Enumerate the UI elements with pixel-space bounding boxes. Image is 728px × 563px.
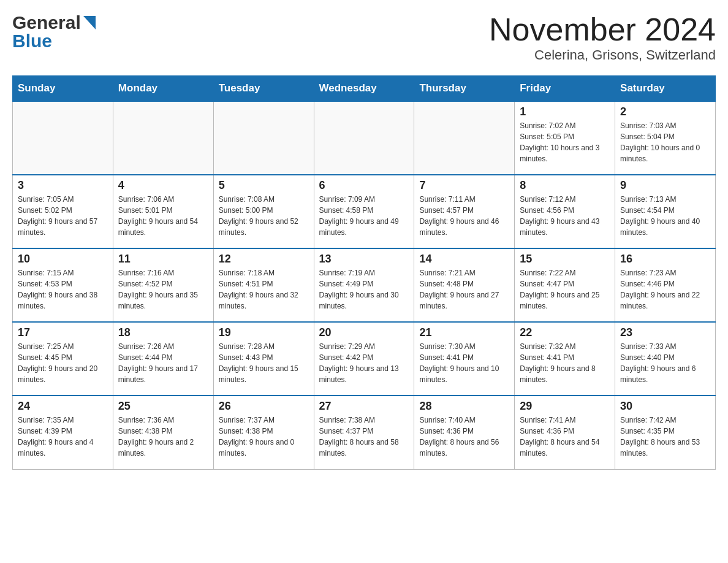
day-number: 21 bbox=[419, 326, 509, 339]
day-info: Sunrise: 7:05 AM Sunset: 5:02 PM Dayligh… bbox=[18, 194, 108, 238]
day-number: 14 bbox=[419, 253, 509, 266]
calendar-cell: 23Sunrise: 7:33 AM Sunset: 4:40 PM Dayli… bbox=[615, 322, 716, 396]
day-number: 13 bbox=[319, 253, 409, 266]
calendar-cell: 28Sunrise: 7:40 AM Sunset: 4:36 PM Dayli… bbox=[414, 396, 515, 469]
calendar-cell: 8Sunrise: 7:12 AM Sunset: 4:56 PM Daylig… bbox=[515, 175, 615, 248]
calendar-cell: 11Sunrise: 7:16 AM Sunset: 4:52 PM Dayli… bbox=[113, 248, 213, 322]
calendar-cell: 3Sunrise: 7:05 AM Sunset: 5:02 PM Daylig… bbox=[13, 175, 113, 248]
day-number: 28 bbox=[419, 400, 509, 413]
day-number: 5 bbox=[219, 179, 309, 192]
day-info: Sunrise: 7:12 AM Sunset: 4:56 PM Dayligh… bbox=[520, 194, 610, 238]
calendar-cell: 12Sunrise: 7:18 AM Sunset: 4:51 PM Dayli… bbox=[213, 248, 314, 322]
week-row-4: 17Sunrise: 7:25 AM Sunset: 4:45 PM Dayli… bbox=[13, 322, 716, 396]
day-number: 3 bbox=[18, 179, 108, 192]
day-number: 25 bbox=[118, 400, 208, 413]
day-info: Sunrise: 7:15 AM Sunset: 4:53 PM Dayligh… bbox=[18, 267, 108, 312]
calendar-cell: 9Sunrise: 7:13 AM Sunset: 4:54 PM Daylig… bbox=[615, 175, 716, 248]
month-title: November 2024 bbox=[489, 12, 716, 47]
day-info: Sunrise: 7:16 AM Sunset: 4:52 PM Dayligh… bbox=[118, 267, 208, 312]
day-info: Sunrise: 7:26 AM Sunset: 4:44 PM Dayligh… bbox=[118, 341, 208, 385]
day-number: 11 bbox=[118, 253, 208, 266]
calendar-cell: 20Sunrise: 7:29 AM Sunset: 4:42 PM Dayli… bbox=[314, 322, 414, 396]
week-row-1: 1Sunrise: 7:02 AM Sunset: 5:05 PM Daylig… bbox=[13, 101, 716, 175]
location-title: Celerina, Grisons, Switzerland bbox=[489, 47, 716, 63]
day-number: 20 bbox=[319, 326, 409, 339]
day-number: 9 bbox=[620, 179, 710, 192]
week-row-2: 3Sunrise: 7:05 AM Sunset: 5:02 PM Daylig… bbox=[13, 175, 716, 248]
day-info: Sunrise: 7:13 AM Sunset: 4:54 PM Dayligh… bbox=[620, 194, 710, 238]
calendar-cell: 18Sunrise: 7:26 AM Sunset: 4:44 PM Dayli… bbox=[113, 322, 213, 396]
page-header: General Blue November 2024 Celerina, Gri… bbox=[12, 12, 716, 63]
title-block: November 2024 Celerina, Grisons, Switzer… bbox=[489, 12, 716, 63]
calendar-cell: 29Sunrise: 7:41 AM Sunset: 4:36 PM Dayli… bbox=[515, 396, 615, 469]
calendar-cell bbox=[113, 101, 213, 175]
day-info: Sunrise: 7:41 AM Sunset: 4:36 PM Dayligh… bbox=[520, 415, 610, 459]
calendar-cell: 16Sunrise: 7:23 AM Sunset: 4:46 PM Dayli… bbox=[615, 248, 716, 322]
calendar-header-friday: Friday bbox=[515, 76, 615, 102]
calendar-cell bbox=[414, 101, 515, 175]
calendar-cell: 13Sunrise: 7:19 AM Sunset: 4:49 PM Dayli… bbox=[314, 248, 414, 322]
day-info: Sunrise: 7:35 AM Sunset: 4:39 PM Dayligh… bbox=[18, 415, 108, 459]
calendar-cell bbox=[213, 101, 314, 175]
day-info: Sunrise: 7:21 AM Sunset: 4:48 PM Dayligh… bbox=[419, 267, 509, 312]
day-number: 24 bbox=[18, 400, 108, 413]
calendar-cell: 7Sunrise: 7:11 AM Sunset: 4:57 PM Daylig… bbox=[414, 175, 515, 248]
logo-blue-text: Blue bbox=[12, 31, 96, 52]
calendar-header-row: SundayMondayTuesdayWednesdayThursdayFrid… bbox=[13, 76, 716, 102]
day-number: 1 bbox=[520, 105, 610, 118]
day-number: 10 bbox=[18, 253, 108, 266]
calendar-header-monday: Monday bbox=[113, 76, 213, 102]
calendar-cell: 2Sunrise: 7:03 AM Sunset: 5:04 PM Daylig… bbox=[615, 101, 716, 175]
day-info: Sunrise: 7:32 AM Sunset: 4:41 PM Dayligh… bbox=[520, 341, 610, 385]
calendar-header-tuesday: Tuesday bbox=[213, 76, 314, 102]
day-number: 7 bbox=[419, 179, 509, 192]
calendar-cell bbox=[314, 101, 414, 175]
calendar-cell: 30Sunrise: 7:42 AM Sunset: 4:35 PM Dayli… bbox=[615, 396, 716, 469]
calendar-header-saturday: Saturday bbox=[615, 76, 716, 102]
calendar-cell: 6Sunrise: 7:09 AM Sunset: 4:58 PM Daylig… bbox=[314, 175, 414, 248]
calendar-cell: 27Sunrise: 7:38 AM Sunset: 4:37 PM Dayli… bbox=[314, 396, 414, 469]
week-row-5: 24Sunrise: 7:35 AM Sunset: 4:39 PM Dayli… bbox=[13, 396, 716, 469]
day-number: 22 bbox=[520, 326, 610, 339]
calendar-cell bbox=[13, 101, 113, 175]
day-info: Sunrise: 7:42 AM Sunset: 4:35 PM Dayligh… bbox=[620, 415, 710, 459]
day-info: Sunrise: 7:37 AM Sunset: 4:38 PM Dayligh… bbox=[219, 415, 309, 459]
day-info: Sunrise: 7:22 AM Sunset: 4:47 PM Dayligh… bbox=[520, 267, 610, 312]
day-info: Sunrise: 7:36 AM Sunset: 4:38 PM Dayligh… bbox=[118, 415, 208, 459]
day-number: 2 bbox=[620, 105, 710, 118]
calendar-cell: 24Sunrise: 7:35 AM Sunset: 4:39 PM Dayli… bbox=[13, 396, 113, 469]
day-number: 12 bbox=[219, 253, 309, 266]
day-info: Sunrise: 7:11 AM Sunset: 4:57 PM Dayligh… bbox=[419, 194, 509, 238]
day-info: Sunrise: 7:19 AM Sunset: 4:49 PM Dayligh… bbox=[319, 267, 409, 312]
day-number: 27 bbox=[319, 400, 409, 413]
calendar-header-thursday: Thursday bbox=[414, 76, 515, 102]
day-number: 8 bbox=[520, 179, 610, 192]
day-info: Sunrise: 7:30 AM Sunset: 4:41 PM Dayligh… bbox=[419, 341, 509, 385]
day-info: Sunrise: 7:09 AM Sunset: 4:58 PM Dayligh… bbox=[319, 194, 409, 238]
day-number: 17 bbox=[18, 326, 108, 339]
day-info: Sunrise: 7:06 AM Sunset: 5:01 PM Dayligh… bbox=[118, 194, 208, 238]
day-number: 16 bbox=[620, 253, 710, 266]
calendar-cell: 22Sunrise: 7:32 AM Sunset: 4:41 PM Dayli… bbox=[515, 322, 615, 396]
svg-marker-0 bbox=[83, 16, 96, 29]
day-number: 19 bbox=[219, 326, 309, 339]
logo-general-text: General bbox=[12, 12, 81, 33]
day-info: Sunrise: 7:28 AM Sunset: 4:43 PM Dayligh… bbox=[219, 341, 309, 385]
day-info: Sunrise: 7:33 AM Sunset: 4:40 PM Dayligh… bbox=[620, 341, 710, 385]
logo: General Blue bbox=[12, 12, 96, 52]
day-info: Sunrise: 7:08 AM Sunset: 5:00 PM Dayligh… bbox=[219, 194, 309, 238]
logo-flag-icon bbox=[83, 16, 96, 29]
day-info: Sunrise: 7:38 AM Sunset: 4:37 PM Dayligh… bbox=[319, 415, 409, 459]
calendar-cell: 21Sunrise: 7:30 AM Sunset: 4:41 PM Dayli… bbox=[414, 322, 515, 396]
calendar-cell: 25Sunrise: 7:36 AM Sunset: 4:38 PM Dayli… bbox=[113, 396, 213, 469]
day-number: 18 bbox=[118, 326, 208, 339]
day-number: 23 bbox=[620, 326, 710, 339]
day-info: Sunrise: 7:02 AM Sunset: 5:05 PM Dayligh… bbox=[520, 120, 610, 164]
calendar-cell: 5Sunrise: 7:08 AM Sunset: 5:00 PM Daylig… bbox=[213, 175, 314, 248]
calendar-header-sunday: Sunday bbox=[13, 76, 113, 102]
calendar-cell: 17Sunrise: 7:25 AM Sunset: 4:45 PM Dayli… bbox=[13, 322, 113, 396]
day-number: 26 bbox=[219, 400, 309, 413]
day-number: 6 bbox=[319, 179, 409, 192]
calendar-cell: 10Sunrise: 7:15 AM Sunset: 4:53 PM Dayli… bbox=[13, 248, 113, 322]
day-info: Sunrise: 7:03 AM Sunset: 5:04 PM Dayligh… bbox=[620, 120, 710, 164]
